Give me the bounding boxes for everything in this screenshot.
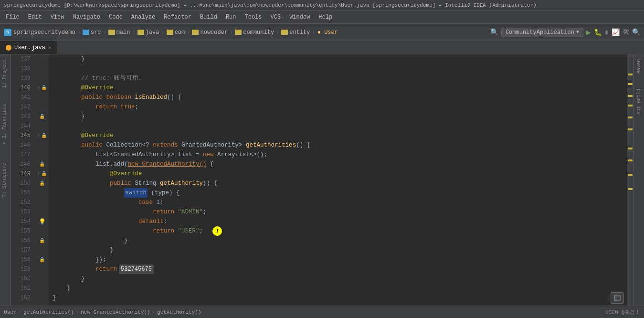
nav-com[interactable]: com: [167, 29, 185, 36]
run-config-dropdown-icon[interactable]: ▼: [576, 30, 579, 35]
nav-file[interactable]: ● User: [317, 29, 338, 36]
build-button[interactable]: 🛠: [623, 29, 629, 36]
line-155: 155: [11, 226, 33, 236]
profile-button[interactable]: 📈: [612, 28, 620, 36]
menu-file[interactable]: File: [2, 12, 23, 22]
nav-src[interactable]: src: [83, 29, 101, 36]
status-anon-class[interactable]: new GrantedAuthority(): [81, 309, 150, 315]
sidebar-tab-maven[interactable]: Maven: [635, 56, 643, 76]
menu-bar: File Edit View Navigate Code Analyze Ref…: [0, 11, 644, 24]
line-139: 139: [11, 74, 33, 83]
gutter-157: [35, 245, 49, 255]
gutter-160: [35, 274, 49, 284]
menu-view[interactable]: View: [47, 12, 68, 22]
gutter-154: 💡: [35, 217, 49, 226]
code-line-160: }: [53, 274, 627, 284]
line-159: 159: [11, 265, 33, 274]
menu-refactor[interactable]: Refactor: [160, 12, 195, 22]
project-icon: S: [4, 29, 11, 36]
right-sidebar: Maven Ant Build: [633, 54, 644, 306]
code-line-152: case 1:: [53, 198, 627, 207]
menu-analyze[interactable]: Analyze: [127, 12, 159, 22]
autocomplete-popup: 532745675: [119, 265, 154, 274]
lock-icon-140: 🔒: [41, 85, 47, 91]
code-line-138: [53, 64, 627, 74]
line-143: 143: [11, 112, 33, 121]
gutter-137: [35, 54, 49, 64]
sidebar-tab-structure[interactable]: 7: Structure: [0, 160, 10, 200]
lock-icon-145: 🔒: [41, 133, 47, 138]
code-line-162: }: [53, 293, 627, 303]
code-line-151: switch (type) {: [53, 188, 627, 198]
line-153: 153: [11, 207, 33, 217]
line-145: 145: [11, 131, 33, 140]
code-line-144: [53, 121, 627, 131]
line-152: 152: [11, 198, 33, 207]
code-editor[interactable]: } // true: 账号可用. @Override public boolea…: [49, 54, 627, 306]
right-scrollbar[interactable]: [627, 54, 633, 306]
nav-main[interactable]: main: [108, 29, 130, 36]
gutter-150: 🔒: [35, 179, 49, 188]
scroll-marker-8: [628, 159, 633, 161]
sidebar-tab-project[interactable]: 1: Project: [0, 56, 10, 91]
folder-nowcoder-icon: [192, 30, 199, 35]
status-class[interactable]: User: [4, 309, 16, 315]
tab-bar: User.java ✕: [0, 41, 644, 54]
title-bar: springsecuritydemo [D:\workworkspace\spr…: [0, 0, 644, 11]
scroll-marker-5: [628, 117, 633, 118]
gutter-144: [35, 121, 49, 131]
menu-code[interactable]: Code: [105, 12, 127, 22]
code-line-137: }: [53, 54, 627, 64]
folder-entity-icon: [281, 30, 288, 35]
menu-edit[interactable]: Edit: [24, 12, 46, 22]
line-142: 142: [11, 102, 33, 112]
line-150: 150: [11, 179, 33, 188]
line-149: 149: [11, 169, 33, 179]
nav-community[interactable]: community: [235, 29, 274, 36]
tab-user-java[interactable]: User.java ✕: [0, 41, 57, 54]
sidebar-tab-favorites[interactable]: ★ 2: Favorites: [0, 101, 10, 149]
code-line-140: @Override: [53, 83, 627, 93]
menu-navigate[interactable]: Navigate: [69, 12, 104, 22]
code-line-142: return true;: [53, 102, 627, 112]
nav-java[interactable]: java: [137, 29, 159, 36]
menu-build[interactable]: Build: [196, 12, 221, 22]
nav-search-icon[interactable]: 🔍: [490, 28, 498, 36]
status-method2[interactable]: getAuthority(): [157, 309, 201, 315]
gutter-142: [35, 102, 49, 112]
project-name[interactable]: springsecuritydemo: [13, 29, 75, 36]
menu-vcs[interactable]: VCS: [267, 12, 285, 22]
gutter-141: [35, 93, 49, 102]
coverage-button[interactable]: ▮: [605, 28, 609, 36]
status-right-text: CSDN @复盘！: [605, 308, 640, 316]
nav-nowcoder[interactable]: nowcoder: [192, 29, 228, 36]
status-method1[interactable]: getAuthorities(): [23, 309, 74, 315]
menu-tools[interactable]: Tools: [241, 12, 266, 22]
gutter-148: 🔒: [35, 159, 49, 169]
debug-button[interactable]: 🐛: [594, 28, 602, 36]
menu-window[interactable]: Window: [285, 12, 314, 22]
tab-close-button[interactable]: ✕: [48, 45, 51, 51]
sidebar-tab-ant[interactable]: Ant Build: [635, 86, 643, 117]
bulb-icon-154[interactable]: 💡: [39, 218, 46, 225]
nav-entity[interactable]: entity: [281, 29, 310, 36]
search-everywhere-button[interactable]: 🔍: [632, 28, 640, 36]
menu-run[interactable]: Run: [222, 12, 240, 22]
run-button[interactable]: ▶: [586, 28, 591, 37]
line-148: 148: [11, 159, 33, 169]
run-config-selector[interactable]: CommunityApplication ▼: [501, 28, 583, 37]
lock-icon-158: 🔒: [39, 257, 45, 263]
gutter-158: 🔒: [35, 255, 49, 265]
line-154: 154: [11, 217, 33, 226]
override-arrow-145: ↑: [37, 133, 41, 138]
scroll-marker-2: [628, 83, 633, 85]
expand-terminal-button[interactable]: [611, 292, 624, 304]
gutter-151: [35, 188, 49, 198]
menu-help[interactable]: Help: [315, 12, 336, 22]
code-line-143: }: [53, 112, 627, 121]
line-144: 144: [11, 121, 33, 131]
folder-com-icon: [167, 30, 173, 35]
folder-java-icon: [137, 30, 144, 35]
code-line-145: @Override: [53, 131, 627, 140]
cursor-indicator: I: [212, 226, 222, 236]
